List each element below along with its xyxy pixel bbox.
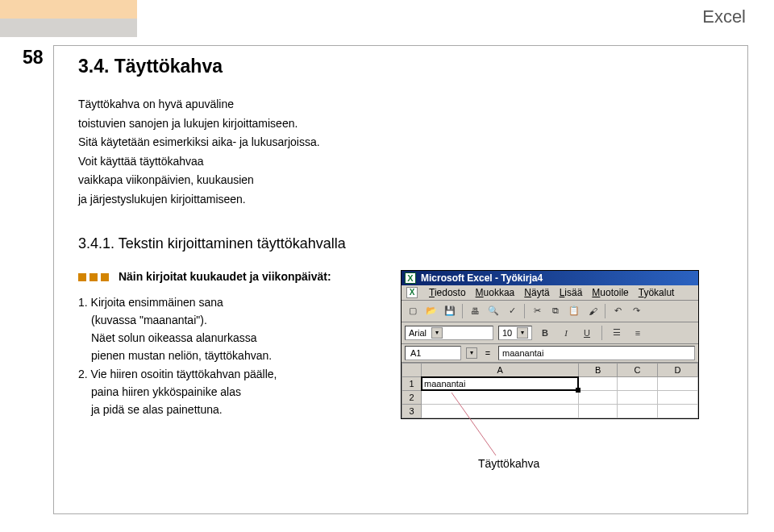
chevron-down-icon[interactable]: ▾ (517, 327, 528, 339)
paste-icon[interactable]: 📋 (566, 303, 582, 319)
cell[interactable] (658, 404, 698, 418)
intro-line: toistuvien sanojen ja lukujen kirjoittam… (78, 116, 723, 132)
separator (605, 304, 605, 318)
redo-icon[interactable]: ↷ (628, 303, 644, 319)
separator (462, 304, 463, 318)
copy-icon[interactable]: ⧉ (547, 303, 564, 319)
row-header[interactable]: 3 (402, 404, 422, 418)
save-icon[interactable]: 💾 (442, 303, 458, 319)
font-size-combo[interactable]: 10 ▾ (498, 326, 532, 340)
select-all-corner[interactable] (402, 363, 422, 376)
menubar: X Tiedosto Muokkaa Näytä Lisää Muotoile … (402, 285, 698, 301)
italic-button[interactable]: I (558, 325, 574, 341)
excel-window: X Microsoft Excel - Työkirja4 X Tiedosto… (401, 270, 699, 419)
chevron-down-icon[interactable]: ▾ (466, 347, 477, 359)
chevron-down-icon[interactable]: ▾ (431, 327, 443, 339)
formula-value[interactable]: maanantai (498, 346, 695, 360)
cell[interactable] (579, 390, 618, 404)
lead-text: Näin kirjoitat kuukaudet ja viikonpäivät… (119, 270, 331, 283)
cell[interactable] (579, 404, 618, 418)
fill-handle[interactable] (576, 388, 580, 393)
callout-label: Täyttökahva (478, 457, 539, 470)
cell[interactable] (422, 404, 579, 418)
font-size-value: 10 (502, 328, 512, 338)
preview-icon[interactable]: 🔍 (485, 303, 501, 319)
intro-line: Voit käyttää täyttökahvaa (78, 154, 723, 170)
page-number: 58 (23, 47, 44, 69)
window-title: Microsoft Excel - Työkirja4 (421, 272, 543, 284)
new-icon[interactable]: ▢ (405, 303, 421, 319)
column-header[interactable]: A (422, 363, 579, 376)
column-header[interactable]: C (618, 363, 658, 376)
menu-item[interactable]: Muotoile (592, 287, 628, 298)
step-line: pienen mustan neliön, täyttökahvan. (78, 347, 377, 364)
column-header[interactable]: B (579, 363, 618, 376)
section-heading: 3.4. Täyttökahva (78, 56, 723, 77)
cell[interactable] (658, 390, 698, 404)
step-line: 1. Kirjoita ensimmäinen sana (78, 294, 377, 310)
separator (524, 304, 525, 318)
step-line: 2. Vie hiiren osoitin täyttökahvan pääll… (78, 366, 377, 382)
separator (601, 326, 602, 340)
screenshot-column: X Microsoft Excel - Työkirja4 X Tiedosto… (401, 270, 723, 420)
formula-bar: A1 ▾ = maanantai (402, 344, 698, 363)
step-line: paina hiiren ykköspainike alas (78, 384, 377, 400)
undo-icon[interactable]: ↶ (610, 303, 626, 319)
bold-button[interactable]: B (537, 325, 553, 341)
cut-icon[interactable]: ✂ (529, 303, 545, 319)
intro-line: vaikkapa viikonpäivien, kuukausien (78, 172, 723, 189)
spellcheck-icon[interactable]: ✓ (504, 303, 520, 319)
equals-label: = (482, 348, 493, 358)
menu-item[interactable]: Tiedosto (429, 287, 466, 298)
cell[interactable] (618, 390, 658, 404)
step-line: (kuvassa "maanantai"). (78, 312, 377, 328)
cell[interactable] (579, 376, 618, 390)
column-header[interactable]: D (658, 363, 698, 376)
menu-item[interactable]: Työkalut (639, 287, 675, 298)
menu-item[interactable]: Näytä (524, 287, 549, 298)
content-frame: 3.4. Täyttökahva Täyttökahva on hyvä apu… (53, 45, 748, 514)
header-decoration (0, 0, 137, 37)
cell[interactable] (422, 390, 579, 404)
font-name-value: Arial (409, 328, 427, 338)
step-line: Näet solun oikeassa alanurkassa (78, 330, 377, 346)
instructions-lead: Näin kirjoitat kuukaudet ja viikonpäivät… (78, 270, 377, 283)
name-box[interactable]: A1 (405, 346, 461, 360)
menu-item[interactable]: Muokkaa (476, 287, 515, 298)
workbook-icon: X (406, 287, 418, 298)
standard-toolbar: ▢ 📂 💾 🖶 🔍 ✓ ✂ ⧉ 📋 🖌 ↶ ↷ (402, 301, 698, 322)
cell[interactable] (618, 376, 658, 390)
instructions-column: Näin kirjoitat kuukaudet ja viikonpäivät… (78, 270, 377, 420)
document-app-title: Excel (702, 6, 746, 27)
cell[interactable] (658, 376, 698, 390)
align-center-icon[interactable]: ≡ (630, 325, 646, 341)
formatting-toolbar: Arial ▾ 10 ▾ B I U ☰ ≡ (402, 322, 698, 344)
format-painter-icon[interactable]: 🖌 (585, 303, 601, 319)
titlebar: X Microsoft Excel - Työkirja4 (402, 271, 698, 285)
subsection-heading: 3.4.1. Tekstin kirjoittaminen täyttökahv… (78, 235, 723, 252)
row-header[interactable]: 2 (402, 390, 422, 404)
align-left-icon[interactable]: ☰ (609, 325, 625, 341)
intro-line: Täyttökahva on hyvä apuväline (78, 97, 723, 113)
cell-a1[interactable]: maanantai (422, 376, 579, 390)
menu-item[interactable]: Lisää (560, 287, 583, 298)
intro-line: ja järjestyslukujen kirjoittamiseen. (78, 192, 723, 208)
font-name-combo[interactable]: Arial ▾ (405, 326, 493, 340)
row-header[interactable]: 1 (402, 376, 422, 390)
step-line: ja pidä se alas painettuna. (78, 401, 377, 418)
print-icon[interactable]: 🖶 (467, 303, 483, 319)
underline-button[interactable]: U (579, 325, 595, 341)
excel-app-icon: X (405, 272, 416, 284)
intro-paragraph: Täyttökahva on hyvä apuväline toistuvien… (78, 97, 723, 208)
cell[interactable] (618, 404, 658, 418)
intro-line: Sitä käytetään esimerkiksi aika- ja luku… (78, 135, 723, 151)
bullet-squares-icon (78, 273, 109, 281)
worksheet-grid[interactable]: A B C D 1 maanantai (402, 363, 698, 418)
open-icon[interactable]: 📂 (423, 303, 439, 319)
